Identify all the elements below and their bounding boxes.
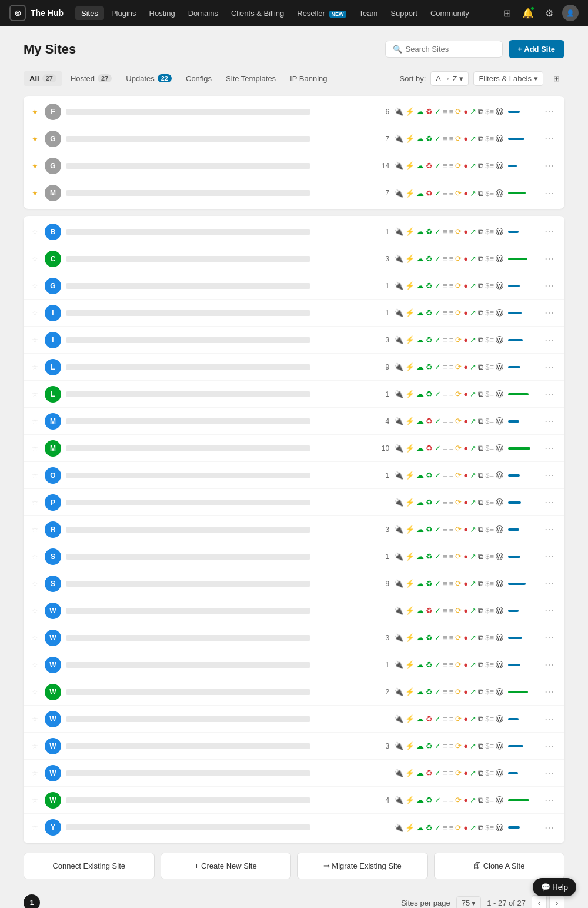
site-name[interactable] bbox=[66, 662, 372, 668]
site-name[interactable] bbox=[66, 581, 372, 587]
site-name[interactable] bbox=[66, 689, 372, 695]
site-name[interactable] bbox=[66, 229, 372, 235]
tab-hosted[interactable]: Hosted 27 bbox=[65, 71, 118, 86]
star-icon[interactable]: ☆ bbox=[32, 634, 40, 642]
search-input[interactable] bbox=[406, 45, 495, 54]
more-options-button[interactable]: ⋯ bbox=[542, 712, 556, 726]
site-name[interactable] bbox=[66, 283, 372, 289]
site-name[interactable] bbox=[66, 554, 372, 560]
nav-team[interactable]: Team bbox=[353, 6, 384, 20]
star-icon[interactable]: ☆ bbox=[32, 525, 40, 534]
site-name[interactable] bbox=[66, 109, 372, 115]
star-icon[interactable]: ☆ bbox=[32, 796, 40, 804]
site-name[interactable] bbox=[66, 527, 372, 533]
star-icon[interactable]: ☆ bbox=[32, 228, 40, 236]
site-name[interactable] bbox=[66, 608, 372, 614]
more-options-button[interactable]: ⋯ bbox=[542, 105, 556, 119]
next-page-button[interactable]: › bbox=[549, 895, 564, 908]
tab-updates[interactable]: Updates 22 bbox=[120, 71, 178, 86]
site-name[interactable] bbox=[66, 500, 372, 505]
site-name[interactable] bbox=[66, 391, 372, 397]
nav-domains[interactable]: Domains bbox=[182, 6, 224, 20]
more-options-button[interactable]: ⋯ bbox=[542, 186, 556, 200]
star-icon[interactable]: ☆ bbox=[32, 255, 40, 263]
prev-page-button[interactable]: ‹ bbox=[532, 895, 547, 908]
star-icon[interactable]: ☆ bbox=[32, 363, 40, 371]
star-icon[interactable]: ☆ bbox=[32, 661, 40, 669]
grid-icon[interactable]: ⊞ bbox=[499, 5, 515, 21]
settings-icon[interactable]: ⚙ bbox=[541, 5, 557, 21]
sort-selector[interactable]: A → Z ▾ bbox=[430, 71, 469, 86]
more-options-button[interactable]: ⋯ bbox=[542, 279, 556, 293]
per-page-selector[interactable]: 75 ▾ bbox=[456, 896, 481, 909]
star-icon[interactable]: ☆ bbox=[32, 823, 40, 831]
star-icon[interactable]: ☆ bbox=[32, 417, 40, 425]
nav-sites[interactable]: Sites bbox=[75, 6, 104, 20]
star-icon[interactable]: ☆ bbox=[32, 498, 40, 507]
site-name[interactable] bbox=[66, 364, 372, 370]
more-options-button[interactable]: ⋯ bbox=[542, 766, 556, 780]
star-icon[interactable]: ☆ bbox=[32, 336, 40, 344]
more-options-button[interactable]: ⋯ bbox=[542, 495, 556, 510]
search-box[interactable]: 🔍 bbox=[385, 41, 503, 58]
more-options-button[interactable]: ⋯ bbox=[542, 441, 556, 455]
more-options-button[interactable]: ⋯ bbox=[542, 252, 556, 266]
star-icon[interactable]: ☆ bbox=[32, 309, 40, 317]
more-options-button[interactable]: ⋯ bbox=[542, 387, 556, 401]
more-options-button[interactable]: ⋯ bbox=[542, 360, 556, 374]
notifications-icon[interactable]: 🔔 bbox=[520, 5, 536, 21]
tab-site-templates[interactable]: Site Templates bbox=[220, 71, 282, 86]
nav-plugins[interactable]: Plugins bbox=[105, 6, 142, 20]
more-options-button[interactable]: ⋯ bbox=[542, 468, 556, 483]
tab-configs[interactable]: Configs bbox=[180, 71, 218, 86]
site-name[interactable] bbox=[66, 770, 372, 776]
site-name[interactable] bbox=[66, 635, 372, 641]
site-name[interactable] bbox=[66, 136, 372, 142]
star-icon[interactable]: ☆ bbox=[32, 715, 40, 723]
site-name[interactable] bbox=[66, 256, 372, 262]
star-icon[interactable]: ☆ bbox=[32, 580, 40, 588]
more-options-button[interactable]: ⋯ bbox=[542, 577, 556, 591]
star-icon[interactable]: ☆ bbox=[32, 444, 40, 453]
more-options-button[interactable]: ⋯ bbox=[542, 550, 556, 564]
help-button[interactable]: 💬 Help bbox=[533, 878, 576, 896]
site-name[interactable] bbox=[66, 445, 372, 451]
more-options-button[interactable]: ⋯ bbox=[542, 159, 556, 173]
site-name[interactable] bbox=[66, 797, 372, 803]
add-site-button[interactable]: + Add Site bbox=[509, 40, 564, 58]
star-icon[interactable]: ☆ bbox=[32, 769, 40, 777]
connect-existing-site-button[interactable]: Connect Existing Site bbox=[24, 853, 155, 879]
site-name[interactable] bbox=[66, 418, 372, 424]
star-icon[interactable]: ★ bbox=[32, 135, 40, 143]
more-options-button[interactable]: ⋯ bbox=[542, 306, 556, 320]
app-logo[interactable]: ◎ The Hub bbox=[9, 5, 64, 21]
site-name[interactable] bbox=[66, 473, 372, 478]
star-icon[interactable]: ☆ bbox=[32, 390, 40, 398]
create-new-site-button[interactable]: + Create New Site bbox=[161, 853, 292, 879]
filter-labels-button[interactable]: Filters & Labels ▾ bbox=[473, 71, 543, 86]
site-name[interactable] bbox=[66, 743, 372, 749]
more-options-button[interactable]: ⋯ bbox=[542, 685, 556, 699]
clone-site-button[interactable]: 🗐 Clone A Site bbox=[434, 853, 565, 879]
more-options-button[interactable]: ⋯ bbox=[542, 739, 556, 753]
star-icon[interactable]: ★ bbox=[32, 108, 40, 116]
star-icon[interactable]: ☆ bbox=[32, 553, 40, 561]
nav-support[interactable]: Support bbox=[385, 6, 423, 20]
more-options-button[interactable]: ⋯ bbox=[542, 658, 556, 672]
star-icon[interactable]: ☆ bbox=[32, 471, 40, 480]
site-name[interactable] bbox=[66, 337, 372, 343]
migrate-existing-site-button[interactable]: ⇒ Migrate Existing Site bbox=[297, 853, 428, 879]
more-options-button[interactable]: ⋯ bbox=[542, 523, 556, 537]
tab-ip-banning[interactable]: IP Banning bbox=[284, 71, 333, 86]
star-icon[interactable]: ☆ bbox=[32, 607, 40, 615]
star-icon[interactable]: ☆ bbox=[32, 282, 40, 290]
site-name[interactable] bbox=[66, 190, 372, 196]
user-avatar[interactable]: 👤 bbox=[562, 5, 579, 21]
more-options-button[interactable]: ⋯ bbox=[542, 631, 556, 645]
more-options-button[interactable]: ⋯ bbox=[542, 414, 556, 428]
star-icon[interactable]: ☆ bbox=[32, 688, 40, 696]
site-name[interactable] bbox=[66, 824, 372, 830]
site-name[interactable] bbox=[66, 716, 372, 722]
star-icon[interactable]: ★ bbox=[32, 189, 40, 197]
more-options-button[interactable]: ⋯ bbox=[542, 333, 556, 347]
